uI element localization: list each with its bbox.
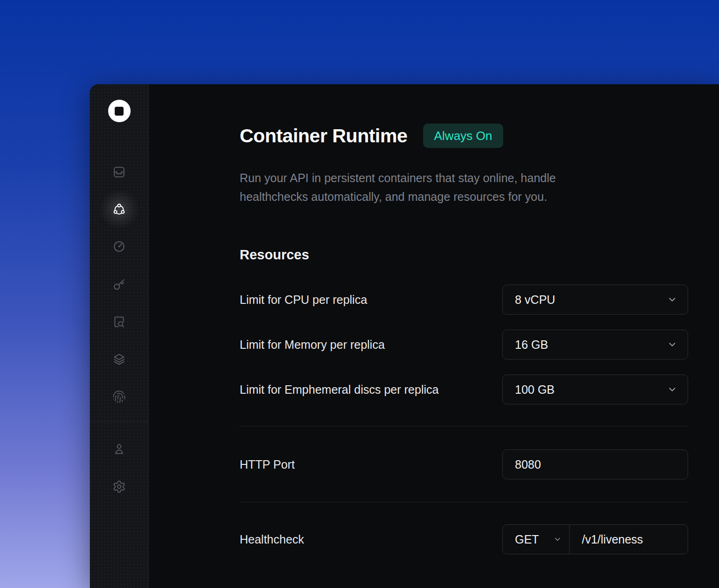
cpu-limit-row: Limit for CPU per replica 8 vCPU (240, 285, 688, 315)
sidebar-item-logs[interactable] (108, 310, 131, 333)
page-description: Run your API in persistent containers th… (240, 169, 624, 206)
sidebar-item-identity[interactable] (108, 385, 131, 408)
http-port-input[interactable]: 8080 (502, 449, 688, 479)
disc-limit-row: Limit for Emphemeral discs per replica 1… (240, 375, 688, 404)
healthcheck-control: GET /v1/liveness (502, 524, 688, 554)
disc-limit-label: Limit for Emphemeral discs per replica (240, 383, 439, 397)
disc-limit-select[interactable]: 100 GB (502, 375, 688, 404)
cpu-limit-select[interactable]: 8 vCPU (502, 285, 688, 315)
chevron-down-icon (667, 339, 677, 350)
sidebar (90, 84, 149, 588)
sidebar-item-layers[interactable] (108, 348, 131, 370)
chevron-down-icon (667, 384, 677, 395)
healthcheck-label: Healthcheck (240, 533, 304, 546)
healthcheck-path-input[interactable]: /v1/liveness (570, 533, 688, 546)
chevron-down-icon (667, 294, 677, 305)
container-network-icon (112, 203, 126, 216)
file-search-icon (112, 315, 126, 329)
healthcheck-method-value: GET (503, 533, 539, 546)
sidebar-divider (90, 421, 148, 422)
http-port-row: HTTP Port 8080 (240, 449, 688, 479)
healthcheck-method-select[interactable]: GET (503, 525, 570, 554)
section-divider (240, 502, 688, 502)
http-port-label: HTTP Port (240, 458, 295, 471)
memory-limit-value: 16 GB (503, 338, 548, 352)
memory-limit-label: Limit for Memory per replica (240, 338, 385, 352)
key-icon (112, 278, 126, 291)
cpu-limit-label: Limit for CPU per replica (240, 293, 367, 307)
resources-heading: Resources (240, 246, 688, 263)
cpu-limit-value: 8 vCPU (503, 293, 555, 307)
healthcheck-row: Healthcheck GET /v1/liveness (240, 524, 688, 554)
sidebar-item-settings[interactable] (108, 475, 131, 498)
fingerprint-icon (112, 390, 126, 404)
user-icon (112, 442, 126, 456)
memory-limit-row: Limit for Memory per replica 16 GB (240, 330, 688, 360)
sidebar-item-account[interactable] (108, 438, 131, 460)
sidebar-item-container-runtime[interactable] (108, 198, 131, 220)
app-window: Container Runtime Always On Run your API… (90, 84, 719, 588)
memory-limit-select[interactable]: 16 GB (502, 330, 688, 360)
sidebar-item-api-keys[interactable] (108, 273, 131, 295)
http-port-value: 8080 (503, 458, 541, 471)
logo-square-icon (115, 107, 124, 116)
chevron-down-icon (553, 535, 562, 544)
section-divider (240, 426, 688, 426)
main-content: Container Runtime Always On Run your API… (149, 84, 719, 588)
settings-gear-icon (112, 480, 126, 493)
page-title: Container Runtime (240, 124, 407, 148)
always-on-badge: Always On (423, 124, 503, 148)
layers-icon (112, 353, 126, 366)
page-header: Container Runtime Always On (240, 124, 688, 148)
sidebar-item-metrics[interactable] (108, 235, 131, 257)
inbox-icon (112, 165, 126, 179)
app-logo[interactable] (108, 100, 131, 122)
gauge-icon (112, 240, 126, 253)
sidebar-item-inbox[interactable] (108, 161, 131, 183)
disc-limit-value: 100 GB (503, 383, 555, 397)
